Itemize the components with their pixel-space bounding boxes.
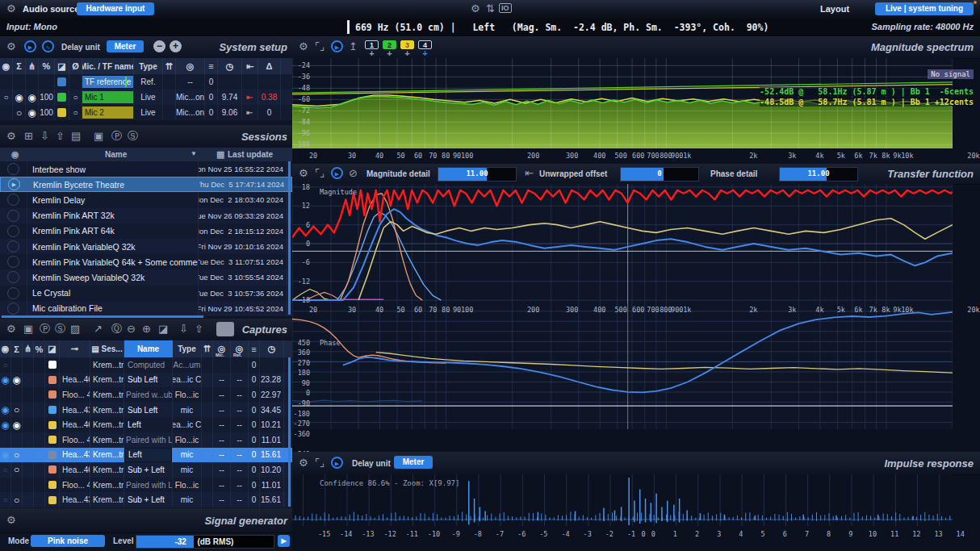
row-vis[interactable]: ○	[11, 403, 23, 418]
capture-name-cell[interactable]: Sub + Left	[124, 462, 172, 478]
row-percent[interactable]	[34, 373, 45, 388]
play-icon[interactable]	[7, 271, 19, 283]
add-capture-icon[interactable]: ⊕	[142, 324, 151, 334]
smoothing-icon[interactable]: ≡	[205, 58, 218, 74]
delay-icon[interactable]: ◷	[218, 58, 242, 74]
play-icon[interactable]: ▶	[8, 178, 20, 190]
percent-icon[interactable]: %	[39, 58, 55, 74]
color-swatch[interactable]	[57, 77, 66, 86]
session-row[interactable]: Mic calibration FileFri Nov 29 10:45:52 …	[0, 301, 292, 316]
capture-name-cell[interactable]: Left	[124, 448, 172, 463]
row-link[interactable]	[23, 417, 34, 432]
row-vis[interactable]	[11, 357, 23, 373]
timer-s-icon[interactable]: Ⓢ	[55, 324, 65, 334]
unwrap-offset-icon[interactable]: ⇤	[525, 168, 534, 178]
tf-gear-icon[interactable]: ⚙	[299, 168, 308, 178]
sessions-name-header[interactable]: Name	[105, 150, 127, 159]
capture-name-cell[interactable]: Sub Left	[124, 403, 172, 418]
row-percent[interactable]	[34, 448, 45, 463]
row-polarity[interactable]	[69, 74, 82, 90]
tf-live-icon[interactable]: ▶	[331, 167, 343, 179]
fullscreen-icon[interactable]: ⌜⌟	[315, 457, 325, 468]
eye-icon[interactable]: ◉	[0, 58, 13, 74]
capture-name-cell[interactable]: Paired with Left	[124, 432, 173, 448]
system-row[interactable]: ○◉◉100○Mic 1LiveMic...on09.74⇤0.38	[0, 90, 292, 105]
capture-camera-icon[interactable]: ▣	[23, 324, 33, 334]
row-eye[interactable]: ○	[0, 357, 11, 373]
export-file-icon[interactable]: ⇧	[195, 324, 203, 334]
name-header[interactable]: Mic. / TF name	[82, 58, 134, 74]
mic-source-icon[interactable]: ◎	[176, 58, 205, 74]
link-icon[interactable]: ⋔	[23, 340, 34, 357]
mic-ref-icon[interactable]: ◎Mic.	[213, 340, 231, 357]
row-link[interactable]	[23, 478, 34, 493]
session-play-indicator[interactable]	[0, 223, 27, 239]
capture-row[interactable]: ○○Hea...467Krem...treSub + Leftmic----01…	[0, 462, 292, 478]
row-swatch[interactable]	[45, 448, 60, 463]
row-eye[interactable]: ◉	[0, 373, 11, 388]
session-play-indicator[interactable]	[0, 239, 27, 254]
delay-icon[interactable]: ◷	[260, 340, 284, 357]
row-swatch[interactable]	[45, 492, 60, 507]
color-swatch-button[interactable]	[216, 322, 234, 336]
session-row[interactable]: Kremlin Pink ART 64kMon Dec 2 18:15:12 2…	[0, 223, 292, 239]
session-row[interactable]: Kremlin Pink VariableQ 32kFri Nov 29 10:…	[0, 239, 292, 254]
zoom-q-icon[interactable]: Ⓠ	[111, 324, 122, 334]
row-percent[interactable]	[34, 417, 45, 432]
spectrum-gear-icon[interactable]: ⚙	[299, 41, 308, 52]
session-play-indicator[interactable]	[0, 254, 27, 269]
color-swatch[interactable]	[57, 108, 66, 117]
tf-phase-plot[interactable]	[292, 303, 953, 429]
color-swatch[interactable]	[48, 481, 57, 489]
sessions-lastupdate-header[interactable]: Last update	[228, 150, 273, 159]
phase-zero-icon[interactable]: ⊘	[349, 168, 358, 178]
row-link[interactable]	[23, 373, 34, 388]
row-vis[interactable]: ◉	[11, 373, 23, 388]
color-swatch[interactable]	[48, 496, 57, 504]
session-row[interactable]: Kremlin Pink ART 32kTue Nov 26 09:33:29 …	[0, 208, 292, 223]
color-icon[interactable]: ◪	[45, 340, 60, 357]
spectrum-live-icon[interactable]: ▶	[331, 40, 343, 52]
row-percent[interactable]	[34, 403, 45, 418]
ir-meter-button[interactable]: Meter	[394, 456, 433, 469]
link-icon[interactable]: ⋔	[26, 58, 39, 74]
remove-capture-icon[interactable]: ⊖	[127, 324, 136, 334]
play-icon[interactable]	[7, 256, 19, 268]
session-play-indicator[interactable]: ▶	[1, 177, 28, 191]
hardware-input-button[interactable]: Hardware input	[77, 2, 154, 15]
color-bucket-icon[interactable]: ◪	[158, 324, 168, 334]
polarity-icon[interactable]: Ø	[69, 58, 82, 74]
system-setup-gear-icon[interactable]: ⚙	[6, 41, 16, 52]
color-swatch[interactable]	[48, 390, 57, 399]
zoom-out-button[interactable]: −	[153, 40, 165, 52]
capture-name-cell[interactable]: Computed	[124, 357, 172, 373]
row-percent[interactable]	[34, 432, 45, 448]
row-swatch[interactable]	[55, 74, 69, 90]
row-eye[interactable]	[0, 105, 13, 120]
session-col-header[interactable]: ▤ Ses...	[90, 340, 124, 357]
mic-name-cell[interactable]: Mic 2	[82, 106, 133, 119]
row-eye[interactable]: ○	[0, 90, 13, 105]
row-eye[interactable]: ○	[0, 462, 11, 478]
mic-name-cell[interactable]: TF reference	[82, 76, 133, 88]
live-play-icon[interactable]: ▶	[24, 40, 36, 52]
row-link[interactable]	[23, 432, 34, 448]
row-swatch[interactable]	[55, 90, 69, 105]
session-row[interactable]: Interbee showMon Nov 25 16:55:22 2024	[0, 161, 292, 177]
row-link[interactable]	[23, 387, 34, 403]
session-row[interactable]: Le CrystalTue Dec 3 10:57:36 2024	[0, 286, 292, 301]
session-play-indicator[interactable]	[0, 301, 27, 316]
spectrum-slot-add-2[interactable]: +	[383, 48, 396, 58]
timer-s-icon[interactable]: Ⓢ	[128, 131, 138, 141]
row-swatch[interactable]	[45, 417, 60, 432]
color-swatch[interactable]	[48, 451, 57, 459]
row-percent[interactable]	[34, 387, 45, 403]
row-vis[interactable]	[11, 478, 23, 493]
mic-pair-icon[interactable]: ⇈	[163, 58, 176, 74]
row-vis[interactable]	[11, 387, 23, 403]
session-row[interactable]: Kremlin Sweep VariableQ 32kTue Dec 3 10:…	[0, 269, 292, 285]
color-swatch[interactable]	[48, 376, 57, 384]
ir-gear-icon[interactable]: ⚙	[299, 457, 308, 468]
session-row[interactable]: ▶Kremlin Bycetre TheatreThu Dec 5 17:47:…	[0, 177, 292, 192]
generator-wave-icon[interactable]: ∿	[42, 40, 54, 52]
